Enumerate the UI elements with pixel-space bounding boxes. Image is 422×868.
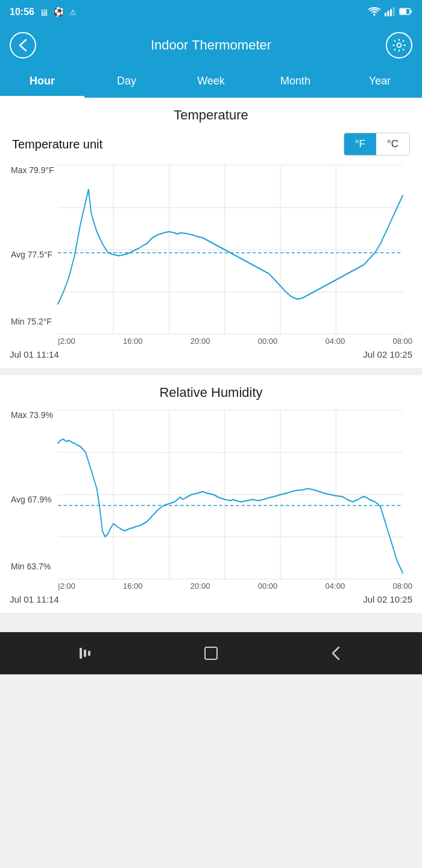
temperature-title: Temperature <box>0 107 422 123</box>
tab-month[interactable]: Month <box>253 66 338 98</box>
temp-date-right: Jul 02 10:25 <box>363 349 412 360</box>
status-right <box>368 7 412 18</box>
status-bar: 10:56 🖥 ⚽ ⚠ <box>0 0 422 24</box>
unit-fahrenheit-button[interactable]: °F <box>344 133 376 155</box>
temp-x-labels: |2:00 16:00 20:00 00:00 04:00 08:00 <box>58 337 412 346</box>
humidity-date-left: Jul 01 11:14 <box>10 594 59 604</box>
header: Indoor Thermometer <box>0 24 422 66</box>
svg-rect-33 <box>88 651 90 656</box>
hx-label-5: 04:00 <box>326 581 345 591</box>
signal-icon <box>385 7 395 18</box>
svg-rect-1 <box>385 13 386 16</box>
hx-label-2: 16:00 <box>123 581 143 591</box>
hx-label-1: |2:00 <box>58 581 75 591</box>
x-label-2: 16:00 <box>123 337 143 346</box>
svg-rect-32 <box>84 650 86 657</box>
wifi-icon <box>368 7 381 18</box>
unit-toggle: °F °C <box>344 133 410 156</box>
temperature-chart <box>58 165 403 334</box>
humidity-max-label: Max 73.9% <box>11 410 53 420</box>
temp-avg-label: Avg 77.5°F <box>11 250 52 259</box>
svg-point-8 <box>397 43 401 48</box>
humidity-x-labels: |2:00 16:00 20:00 00:00 04:00 08:00 <box>58 581 412 591</box>
unit-celsius-button[interactable]: °C <box>376 133 409 155</box>
x-label-4: 00:00 <box>258 337 278 346</box>
tab-year[interactable]: Year <box>338 66 422 98</box>
tab-bar: Hour Day Week Month Year <box>0 66 422 98</box>
unit-row: Temperature unit °F °C <box>0 133 422 156</box>
humidity-chart-dates: Jul 01 11:14 Jul 02 10:25 <box>0 591 422 608</box>
temp-date-left: Jul 01 11:14 <box>10 349 59 360</box>
svg-rect-31 <box>80 648 82 659</box>
monitor-icon: 🖥 <box>39 7 48 17</box>
svg-rect-4 <box>393 7 395 16</box>
page-title: Indoor Thermometer <box>151 37 271 53</box>
menu-button[interactable] <box>73 640 99 667</box>
back-nav-button[interactable] <box>323 640 349 667</box>
humidity-title: Relative Humidity <box>0 385 422 401</box>
tab-hour[interactable]: Hour <box>0 66 84 98</box>
humidity-chart <box>58 410 403 579</box>
tab-week[interactable]: Week <box>169 66 253 98</box>
humidity-section: Relative Humidity Max 73.9% Avg 67.9% Mi… <box>0 375 422 613</box>
svg-rect-34 <box>205 647 217 659</box>
unit-label: Temperature unit <box>12 138 102 151</box>
humidity-avg-label: Avg 67.9% <box>11 495 51 504</box>
tab-day[interactable]: Day <box>84 66 169 98</box>
x-label-1: |2:00 <box>58 337 75 346</box>
temp-min-label: Min 75.2°F <box>11 317 52 326</box>
bottom-nav <box>0 632 422 674</box>
humidity-date-right: Jul 02 10:25 <box>363 594 412 604</box>
home-button[interactable] <box>198 640 224 667</box>
battery-icon <box>399 7 412 17</box>
hx-label-3: 20:00 <box>191 581 210 591</box>
temperature-section: Temperature Temperature unit °F °C Max 7… <box>0 98 422 368</box>
status-time: 10:56 <box>10 7 34 17</box>
svg-rect-6 <box>400 9 406 14</box>
temp-chart-dates: Jul 01 11:14 Jul 02 10:25 <box>0 346 422 363</box>
svg-rect-2 <box>388 11 389 16</box>
x-label-6: 08:00 <box>392 337 412 346</box>
svg-rect-3 <box>390 9 392 16</box>
hx-label-6: 08:00 <box>392 581 412 591</box>
humidity-min-label: Min 63.7% <box>11 562 51 571</box>
globe-icon: ⚽ <box>53 7 65 17</box>
hx-label-4: 00:00 <box>258 581 278 591</box>
back-button[interactable] <box>10 32 36 59</box>
svg-rect-7 <box>410 10 412 13</box>
warning-icon: ⚠ <box>69 8 77 17</box>
x-label-5: 04:00 <box>326 337 345 346</box>
temp-max-label: Max 79.9°F <box>11 165 54 175</box>
x-label-3: 20:00 <box>191 337 210 346</box>
status-left: 10:56 🖥 ⚽ ⚠ <box>10 7 77 17</box>
settings-button[interactable] <box>386 32 412 59</box>
svg-point-0 <box>374 14 376 16</box>
